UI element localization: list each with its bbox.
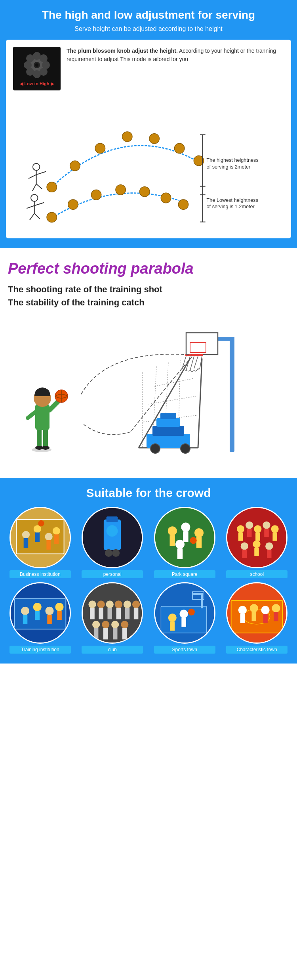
svg-point-33 [140, 187, 150, 197]
svg-rect-89 [35, 533, 40, 542]
crowd-label-club: club [82, 646, 143, 654]
crowd-circle-park [154, 507, 215, 568]
crowd-label-training: Training institution [10, 646, 71, 654]
svg-point-166 [179, 610, 188, 618]
svg-rect-175 [252, 612, 257, 621]
svg-line-45 [30, 213, 34, 220]
svg-text:of serving is 1.2meter: of serving is 1.2meter [207, 204, 255, 210]
svg-point-69 [150, 444, 160, 453]
crowd-item-characteristic: Characteristic town [223, 582, 291, 654]
svg-text:The highest heightness: The highest heightness [207, 158, 259, 163]
svg-rect-107 [196, 537, 202, 548]
svg-point-10 [35, 63, 38, 67]
svg-point-130 [21, 607, 29, 615]
crowd-item-personal: personal [78, 507, 147, 578]
svg-point-143 [106, 601, 114, 608]
crowd-item-business: Business institution [6, 507, 74, 578]
svg-text:of serving is 2meter: of serving is 2meter [207, 164, 251, 170]
svg-rect-150 [134, 608, 139, 619]
svg-line-58 [198, 359, 202, 448]
knob-label: ◀ Low to High ▶ [20, 81, 54, 86]
svg-point-1 [33, 52, 41, 60]
section2-title: Perfect shooting parabola [8, 260, 289, 277]
svg-rect-119 [264, 529, 269, 537]
svg-point-23 [33, 163, 40, 171]
svg-line-43 [34, 203, 44, 206]
knob-icon [23, 51, 51, 79]
svg-rect-71 [156, 418, 180, 427]
crowd-circle-characteristic [226, 582, 287, 644]
trajectory-area: The highest heightness of serving is 2me… [13, 96, 284, 231]
crowd-item-park: Park square [150, 507, 219, 578]
svg-rect-127 [267, 550, 272, 558]
svg-rect-109 [177, 548, 183, 559]
crowd-label-personal: personal [82, 570, 143, 578]
svg-point-116 [254, 525, 262, 533]
svg-rect-103 [169, 535, 175, 546]
svg-rect-105 [183, 531, 188, 542]
svg-point-30 [68, 199, 78, 209]
svg-line-28 [36, 184, 42, 189]
svg-point-35 [178, 199, 188, 209]
svg-point-118 [263, 522, 270, 529]
svg-point-13 [95, 144, 105, 153]
svg-rect-117 [255, 533, 260, 541]
svg-text:The Lowest heightness: The Lowest heightness [207, 198, 258, 203]
svg-point-86 [22, 531, 30, 539]
svg-rect-173 [240, 614, 245, 623]
section1-content: ◀ Low to High ▶ The plum blossom knob ad… [6, 40, 291, 238]
svg-rect-68 [152, 426, 184, 436]
section-adjustment: The high and low adjustment for serving … [0, 0, 297, 248]
svg-point-164 [168, 614, 176, 622]
svg-point-132 [33, 603, 41, 611]
svg-rect-148 [125, 608, 130, 619]
svg-point-88 [33, 525, 41, 533]
crowd-circle-school [226, 507, 287, 568]
svg-point-14 [122, 132, 132, 142]
svg-rect-137 [57, 611, 62, 620]
section2-description: The shooting rate of the training shot T… [8, 283, 289, 309]
svg-point-153 [102, 621, 109, 629]
crowd-label-sports: Sports town [154, 646, 215, 654]
svg-rect-115 [247, 529, 252, 537]
svg-rect-47 [230, 337, 234, 452]
shooting-svg [8, 317, 289, 464]
svg-rect-75 [43, 428, 48, 448]
crowd-label-school: school [226, 570, 287, 578]
svg-point-90 [45, 533, 52, 541]
section3-title: Suitable for the crowd [6, 486, 291, 500]
knob-row: ◀ Low to High ▶ The plum blossom knob ad… [13, 47, 284, 90]
crowd-circle-sports [154, 582, 215, 644]
svg-point-94 [38, 520, 44, 526]
section1-subtitle: Serve height can be adjusted according t… [6, 25, 291, 33]
svg-rect-125 [255, 548, 259, 556]
svg-rect-146 [116, 608, 121, 619]
svg-rect-158 [122, 628, 127, 640]
crowd-circle-training [10, 582, 71, 644]
crowd-grid: Business institution personal [6, 507, 291, 654]
section2-illustration [8, 317, 289, 464]
crowd-circle-personal [82, 507, 143, 568]
svg-rect-135 [47, 615, 52, 624]
crowd-item-training: Training institution [6, 582, 74, 654]
svg-point-7 [26, 68, 34, 76]
svg-point-174 [250, 604, 258, 612]
svg-point-16 [174, 144, 184, 153]
svg-point-98 [105, 549, 112, 557]
svg-rect-162 [193, 593, 203, 595]
svg-rect-161 [201, 593, 203, 608]
svg-point-41 [31, 195, 38, 202]
svg-rect-113 [238, 533, 243, 541]
crowd-item-school: school [223, 507, 291, 578]
svg-point-32 [116, 185, 126, 195]
svg-rect-154 [103, 628, 108, 640]
svg-point-6 [40, 54, 48, 62]
svg-point-102 [168, 527, 177, 536]
svg-point-141 [97, 601, 105, 608]
svg-rect-140 [90, 608, 95, 619]
crowd-circle-club [82, 582, 143, 644]
svg-rect-165 [170, 622, 175, 631]
section-shooting: Perfect shooting parabola The shooting r… [0, 248, 297, 478]
crowd-circle-business [10, 507, 71, 568]
crowd-item-club: club [78, 582, 147, 654]
